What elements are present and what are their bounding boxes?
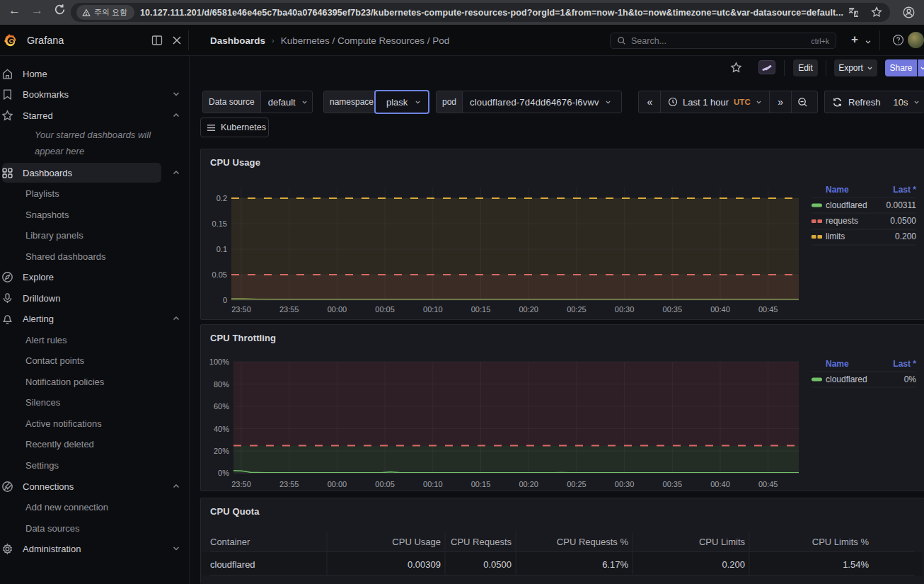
svg-text:23:50: 23:50 xyxy=(231,480,251,488)
svg-text:0%: 0% xyxy=(904,374,917,384)
svg-text:00:40: 00:40 xyxy=(710,480,730,488)
svg-text:CPU Requests: CPU Requests xyxy=(451,537,512,547)
svg-text:Container: Container xyxy=(210,537,250,547)
svg-text:20%: 20% xyxy=(214,447,229,455)
svg-text:0.00309: 0.00309 xyxy=(408,559,441,570)
svg-text:Name: Name xyxy=(826,185,849,195)
svg-text:0.05: 0.05 xyxy=(212,270,227,279)
svg-text:00:15: 00:15 xyxy=(471,480,491,488)
svg-text:00:00: 00:00 xyxy=(328,305,347,314)
svg-text:0.1: 0.1 xyxy=(216,245,227,253)
svg-text:00:25: 00:25 xyxy=(567,480,587,488)
svg-text:0.0500: 0.0500 xyxy=(890,216,916,226)
svg-text:00:05: 00:05 xyxy=(375,305,395,314)
svg-text:00:20: 00:20 xyxy=(519,480,538,488)
svg-text:CPU Limits %: CPU Limits % xyxy=(812,537,870,547)
svg-text:6.17%: 6.17% xyxy=(602,559,628,570)
svg-text:cloudflared: cloudflared xyxy=(210,559,255,570)
svg-text:cloudflared: cloudflared xyxy=(826,374,867,384)
svg-text:limits: limits xyxy=(826,231,845,241)
svg-text:1.54%: 1.54% xyxy=(843,559,869,570)
svg-text:Name: Name xyxy=(826,359,849,369)
svg-text:00:30: 00:30 xyxy=(615,305,635,314)
svg-text:00:40: 00:40 xyxy=(710,305,730,314)
svg-text:CPU Limits: CPU Limits xyxy=(699,537,746,547)
svg-text:00:20: 00:20 xyxy=(519,305,538,314)
svg-text:00:15: 00:15 xyxy=(471,305,491,314)
svg-text:60%: 60% xyxy=(214,402,229,411)
svg-text:requests: requests xyxy=(826,216,858,226)
svg-text:40%: 40% xyxy=(214,425,229,433)
svg-text:0%: 0% xyxy=(218,469,229,477)
svg-text:00:05: 00:05 xyxy=(375,480,395,488)
svg-text:0.00311: 0.00311 xyxy=(887,200,917,210)
svg-text:00:45: 00:45 xyxy=(758,480,778,488)
svg-text:CPU Requests %: CPU Requests % xyxy=(557,537,629,547)
svg-text:cloudflared: cloudflared xyxy=(826,200,867,210)
svg-text:0.200: 0.200 xyxy=(895,231,916,241)
svg-text:0.2: 0.2 xyxy=(216,194,227,202)
svg-text:00:30: 00:30 xyxy=(615,480,635,488)
svg-text:23:50: 23:50 xyxy=(231,305,251,314)
svg-text:00:10: 00:10 xyxy=(423,305,443,314)
svg-text:23:55: 23:55 xyxy=(279,305,299,314)
svg-text:00:00: 00:00 xyxy=(328,480,347,488)
svg-text:80%: 80% xyxy=(214,380,229,389)
svg-text:23:55: 23:55 xyxy=(279,480,299,488)
svg-text:00:35: 00:35 xyxy=(663,480,683,488)
svg-text:CPU Usage: CPU Usage xyxy=(392,537,441,547)
svg-text:0: 0 xyxy=(223,296,227,304)
svg-text:00:10: 00:10 xyxy=(423,480,443,488)
svg-text:Last *: Last * xyxy=(893,185,916,195)
svg-text:00:25: 00:25 xyxy=(567,305,587,314)
svg-text:Last *: Last * xyxy=(893,359,916,369)
svg-text:100%: 100% xyxy=(209,357,229,366)
svg-text:0.200: 0.200 xyxy=(722,559,745,570)
svg-text:0.0500: 0.0500 xyxy=(483,559,512,570)
svg-text:00:45: 00:45 xyxy=(758,305,778,314)
svg-text:00:35: 00:35 xyxy=(663,305,683,314)
svg-text:0.15: 0.15 xyxy=(212,219,227,228)
